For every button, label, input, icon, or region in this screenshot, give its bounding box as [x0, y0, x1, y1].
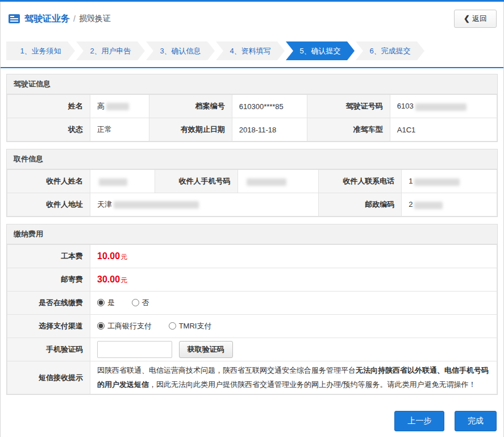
finish-button[interactable]: 完成 [455, 411, 497, 431]
pickup-info-section: 取件信息 收件人姓名 收件人手机号码 收件人联系电话 1 收件人地址 天津 邮政… [6, 149, 498, 217]
channel-icbc-radio[interactable] [97, 322, 105, 330]
vehicle-type-label: 准驾车型 [307, 118, 390, 141]
table-row: 收件人地址 天津 邮政编码 2 [7, 193, 497, 217]
online-pay-no-label: 否 [142, 298, 149, 308]
recipient-name-label: 收件人姓名 [7, 170, 90, 193]
back-button-label: 返回 [472, 14, 487, 23]
license-service-icon [9, 14, 20, 23]
online-pay-yes-radio[interactable] [97, 299, 105, 306]
table-row: 工本费 10.00元 [7, 245, 497, 268]
previous-step-button[interactable]: 上一步 [394, 411, 444, 431]
sms-notice-text: 因陕西省联通、电信运营商技术问题，陕西省互联网交通安全综合服务管理平台无法向持陕… [90, 361, 497, 394]
footer-actions: 上一步 完成 [1, 402, 503, 437]
license-number-value: 6103 [390, 95, 497, 118]
channel-tmri-label: TMRI支付 [179, 321, 212, 331]
online-pay-yes-option[interactable]: 是 [97, 298, 115, 308]
name-label: 姓名 [7, 95, 90, 118]
online-pay-no-radio[interactable] [132, 299, 139, 306]
pickup-info-table: 收件人姓名 收件人手机号码 收件人联系电话 1 收件人地址 天津 邮政编码 2 [7, 169, 497, 217]
sms-notice-part1: 因陕西省联通、电信运营商技术问题，陕西省互联网交通安全综合服务管理平台 [97, 366, 356, 374]
license-info-section-title: 驾驶证信息 [7, 74, 497, 94]
online-pay-yes-label: 是 [107, 298, 115, 308]
production-fee-label: 工本费 [7, 245, 90, 268]
status-value: 正常 [90, 118, 149, 141]
page-container: 驾驶证业务 / 损毁换证 ❮返回 1、业务须知 2、用户申告 3、确认信息 4、… [0, 2, 504, 437]
fees-table: 工本费 10.00元 邮寄费 30.00元 是否在线缴费 是 否 [7, 244, 497, 394]
online-pay-options: 是 否 [90, 292, 497, 315]
recipient-name-value [90, 170, 155, 193]
channel-icbc-option[interactable]: 工商银行支付 [97, 321, 152, 331]
page-title: 驾驶证业务 [24, 13, 70, 25]
get-code-button[interactable]: 获取验证码 [179, 341, 233, 358]
sms-code-cell: 获取验证码 [90, 338, 497, 361]
recipient-tel-value: 1 [402, 170, 497, 193]
payment-channel-label: 选择支付渠道 [7, 315, 90, 338]
table-row: 收件人姓名 收件人手机号码 收件人联系电话 1 [7, 170, 497, 193]
file-number-value: 610300****85 [232, 95, 307, 118]
table-row: 是否在线缴费 是 否 [7, 292, 497, 315]
postal-code-value: 2 [402, 193, 497, 217]
recipient-phone-value [238, 170, 319, 193]
recipient-tel-label: 收件人联系电话 [319, 170, 402, 193]
expiry-label: 有效期止日期 [149, 118, 232, 141]
license-number-label: 驾驶证号码 [307, 95, 390, 118]
channel-tmri-radio[interactable] [169, 322, 176, 330]
table-row: 邮寄费 30.00元 [7, 268, 497, 292]
expiry-value: 2018-11-18 [232, 118, 307, 141]
license-info-section: 驾驶证信息 姓名 高 档案编号 610300****85 驾驶证号码 6103 … [6, 74, 498, 142]
redacted-recipient-name [99, 178, 127, 186]
sms-notice-label: 短信接收提示 [7, 361, 90, 394]
chevron-left-icon: ❮ [464, 14, 470, 23]
channel-icbc-label: 工商银行支付 [107, 321, 152, 331]
fees-section: 缴纳费用 工本费 10.00元 邮寄费 30.00元 是否在线缴费 [6, 224, 498, 395]
recipient-phone-label: 收件人手机号码 [155, 170, 238, 193]
step-4-fill-data[interactable]: 4、资料填写 [216, 41, 285, 60]
step-3-confirm-info[interactable]: 3、确认信息 [146, 41, 215, 60]
online-pay-no-option[interactable]: 否 [132, 298, 149, 308]
production-fee-value: 10.00元 [90, 245, 497, 268]
mail-fee-label: 邮寄费 [7, 268, 90, 292]
main-content: 驾驶证信息 姓名 高 档案编号 610300****85 驾驶证号码 6103 … [1, 68, 503, 402]
mail-fee-unit: 元 [120, 276, 127, 284]
payment-channel-options: 工商银行支付 TMRI支付 [90, 315, 497, 338]
table-row: 状态 正常 有效期止日期 2018-11-18 准驾车型 A1C1 [7, 118, 497, 141]
address-label: 收件人地址 [7, 193, 90, 217]
step-1-business-notice[interactable]: 1、业务须知 [6, 41, 75, 60]
step-2-user-declaration[interactable]: 2、用户申告 [76, 41, 145, 60]
license-info-table: 姓名 高 档案编号 610300****85 驾驶证号码 6103 状态 正常 … [7, 94, 497, 141]
channel-tmri-option[interactable]: TMRI支付 [169, 321, 212, 331]
file-number-label: 档案编号 [149, 95, 232, 118]
production-fee-unit: 元 [120, 253, 127, 261]
vehicle-type-value: A1C1 [390, 118, 497, 141]
page-subtitle: 损毁换证 [79, 14, 111, 24]
step-5-confirm-submit[interactable]: 5、确认提交 [286, 41, 355, 60]
address-value: 天津 [90, 193, 319, 217]
table-row: 选择支付渠道 工商银行支付 TMRI支付 [7, 315, 497, 338]
table-row: 姓名 高 档案编号 610300****85 驾驶证号码 6103 [7, 95, 497, 118]
redacted-name [106, 103, 129, 110]
redacted-postal-code [414, 202, 443, 209]
back-button[interactable]: ❮返回 [454, 10, 497, 28]
pickup-info-section-title: 取件信息 [7, 149, 497, 169]
sms-code-input[interactable] [97, 341, 172, 358]
redacted-address [114, 201, 199, 209]
mail-fee-amount: 30.00 [97, 274, 120, 284]
step-wizard: 1、业务须知 2、用户申告 3、确认信息 4、资料填写 5、确认提交 6、完成提… [1, 35, 503, 67]
sms-notice-part3: ，因此无法向此类用户提供陕西省交通管理业务的网上办理/预约等服务。请此类用户避免… [149, 380, 476, 389]
production-fee-amount: 10.00 [97, 251, 120, 261]
online-pay-label: 是否在线缴费 [7, 292, 90, 315]
table-row: 手机验证码 获取验证码 [7, 338, 497, 361]
redacted-license-number [415, 103, 466, 111]
postal-code-label: 邮政编码 [319, 193, 402, 217]
title-separator: / [73, 14, 76, 23]
header: 驾驶证业务 / 损毁换证 ❮返回 [1, 2, 503, 35]
name-value: 高 [90, 95, 149, 118]
sms-code-label: 手机验证码 [7, 338, 90, 361]
status-label: 状态 [7, 118, 90, 141]
redacted-recipient-phone [247, 178, 286, 186]
fees-section-title: 缴纳费用 [7, 224, 497, 244]
step-6-finish-submit[interactable]: 6、完成提交 [356, 41, 424, 60]
mail-fee-value: 30.00元 [90, 268, 497, 292]
table-row: 短信接收提示 因陕西省联通、电信运营商技术问题，陕西省互联网交通安全综合服务管理… [7, 361, 497, 394]
redacted-recipient-tel [414, 178, 460, 186]
